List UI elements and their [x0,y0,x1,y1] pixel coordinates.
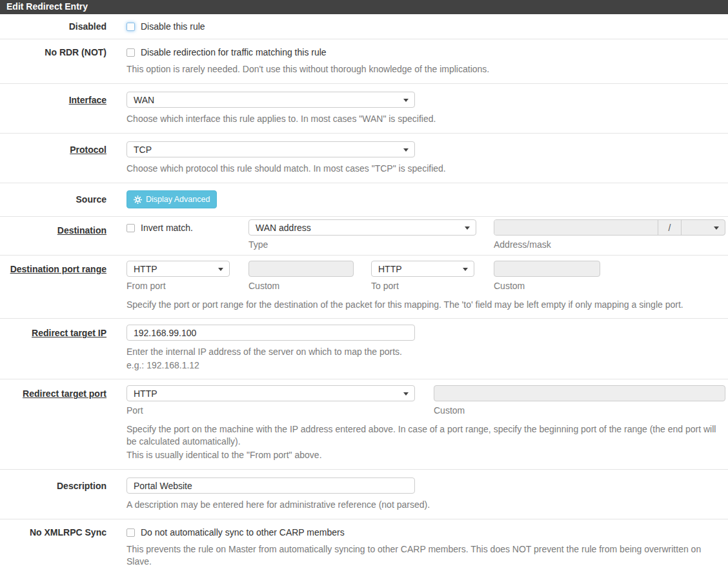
dst-port-range-help: Specify the port or port range for the d… [126,299,725,311]
destination-type-caption: Type [248,239,476,250]
field-label-nordr: No RDR (NOT) [0,46,126,75]
redirect-target-port-select[interactable]: HTTP [126,385,415,401]
field-label-destination: Destination [0,219,126,250]
redirect-target-ip-input[interactable] [126,325,415,341]
disabled-checkbox-label: Disable this rule [141,21,205,32]
display-advanced-button[interactable]: Display Advanced [126,190,217,208]
row-xmlrpc: No XMLRPC Sync Do not automatically sync… [0,519,728,573]
interface-select[interactable]: WAN [126,92,415,108]
destination-type-value: WAN address [256,223,311,233]
redirect-target-port-value: HTTP [134,388,157,399]
protocol-select[interactable]: TCP [126,141,415,157]
redirect-port-custom-input [434,385,725,401]
invert-match-checkbox[interactable] [126,224,135,232]
panel-title: Edit Redirect Entry [0,0,728,14]
description-input[interactable] [126,478,415,494]
chevron-down-icon [218,268,223,271]
field-label-xmlrpc: No XMLRPC Sync [0,527,126,568]
from-port-select[interactable]: HTTP [126,261,230,277]
redirect-ip-help-1: Enter the internal IP address of the ser… [126,346,725,358]
to-port-custom-caption: Custom [494,281,600,291]
field-label-redirect-ip: Redirect target IP [0,325,126,372]
row-redirect-port: Redirect target port HTTP Port Custom Sp… [0,379,728,470]
destination-address-group: / [494,219,725,236]
chevron-down-icon [403,392,409,396]
chevron-down-icon [403,99,409,102]
field-label-dst-port-range: Destination port range [0,261,126,311]
row-destination: Destination Invert match. WAN address Ty… [0,217,728,256]
xmlrpc-checkbox-label: Do not automatically sync to other CARP … [141,527,345,538]
row-dst-port-range: Destination port range HTTP From port Cu… [0,256,728,319]
row-interface: Interface WAN Choose which interface thi… [0,84,728,134]
protocol-select-value: TCP [134,145,152,155]
row-protocol: Protocol TCP Choose which protocol this … [0,134,728,183]
to-port-select[interactable]: HTTP [371,261,474,277]
xmlrpc-checkbox[interactable] [126,528,135,537]
row-description: Description A description may be entered… [0,470,728,519]
to-port-value: HTTP [378,264,402,274]
nordr-help: This option is rarely needed. Don't use … [126,63,725,75]
protocol-help: Choose which protocol this rule should m… [126,163,725,175]
destination-address-caption: Address/mask [494,239,725,250]
redirect-port-custom-caption: Custom [434,405,725,416]
destination-type-select[interactable]: WAN address [248,219,476,236]
disabled-checkbox[interactable] [126,23,135,31]
from-port-caption: From port [126,281,230,291]
row-disabled: Disabled Disable this rule [0,14,728,39]
xmlrpc-help: This prevents the rule on Master from au… [126,543,725,568]
invert-match-label: Invert match. [141,222,193,234]
field-label-disabled: Disabled [0,21,126,32]
field-label-redirect-port: Redirect target port [0,385,126,461]
interface-select-value: WAN [134,95,154,105]
field-label-protocol: Protocol [0,141,126,175]
to-port-custom-input [494,261,600,277]
nordr-checkbox-label: Disable redirection for traffic matching… [141,46,327,58]
field-label-description: Description [0,478,126,511]
destination-mask-select [681,220,725,235]
chevron-down-icon [403,148,409,152]
interface-help: Choose which interface this rule applies… [126,113,725,125]
redirect-port-help-1: Specify the port on the machine with the… [126,423,725,448]
display-advanced-label: Display Advanced [146,195,210,204]
redirect-port-help-2: This is usually identical to the "From p… [126,449,725,461]
from-port-custom-caption: Custom [248,281,354,291]
chevron-down-icon [465,226,470,230]
redirect-ip-help-2: e.g.: 192.168.1.12 [126,359,725,372]
row-source: Source Display Advanced [0,183,728,217]
row-redirect-ip: Redirect target IP Enter the internal IP… [0,319,728,379]
row-nordr: No RDR (NOT) Disable redirection for tra… [0,39,728,84]
nordr-checkbox[interactable] [126,48,135,57]
chevron-down-icon [463,268,468,271]
address-mask-separator: / [658,220,681,235]
field-label-source: Source [0,190,126,208]
redirect-port-caption: Port [126,405,415,416]
from-port-custom-input [248,261,354,277]
description-help: A description may be entered here for ad… [126,499,725,511]
to-port-caption: To port [371,281,474,291]
destination-address-input [494,220,658,235]
gear-icon [134,196,142,204]
chevron-down-icon [714,226,719,230]
from-port-value: HTTP [134,264,157,274]
field-label-interface: Interface [0,92,126,125]
